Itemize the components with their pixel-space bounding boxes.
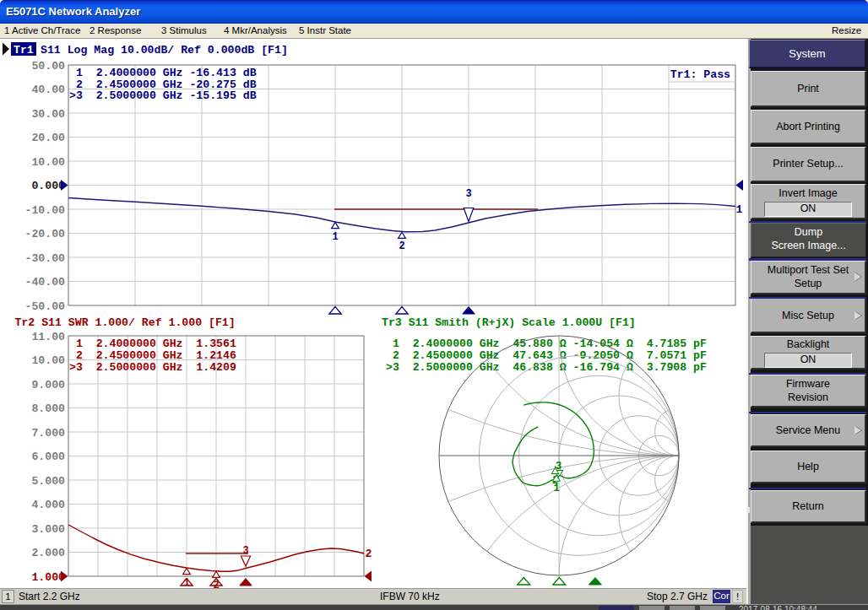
svg-text:-10.00: -10.00 bbox=[25, 204, 66, 217]
svg-text:S11 Log Mag 10.00dB/ Ref 0.000: S11 Log Mag 10.00dB/ Ref 0.000dB [F1] bbox=[41, 44, 288, 57]
svg-text:2.000: 2.000 bbox=[31, 547, 65, 559]
svg-text:9.000: 9.000 bbox=[31, 379, 65, 391]
svg-text:2 2.4500000 GHz 1.2146: 2 2.4500000 GHz 1.2146 bbox=[69, 349, 236, 362]
svg-text:-20.00: -20.00 bbox=[25, 228, 66, 240]
svg-text:7.000: 7.000 bbox=[31, 427, 65, 440]
svg-text:3.000: 3.000 bbox=[31, 523, 65, 536]
svg-text:10.00: 10.00 bbox=[31, 354, 65, 367]
svg-text:4.000: 4.000 bbox=[31, 499, 65, 511]
svg-text:-30.00: -30.00 bbox=[25, 252, 66, 265]
svg-text:6.000: 6.000 bbox=[31, 451, 65, 463]
svg-text:40.00: 40.00 bbox=[31, 84, 65, 96]
svg-text:Tr1: Pass: Tr1: Pass bbox=[670, 68, 730, 81]
svg-text:8.000: 8.000 bbox=[31, 402, 65, 415]
svg-text:50.00: 50.00 bbox=[31, 60, 65, 73]
svg-text:-40.00: -40.00 bbox=[25, 276, 66, 289]
svg-text:1: 1 bbox=[184, 577, 190, 588]
svg-text:30.00: 30.00 bbox=[31, 108, 65, 121]
svg-text:2: 2 bbox=[366, 548, 372, 560]
svg-text:>3 2.5000000 GHz -15.195 dB: >3 2.5000000 GHz -15.195 dB bbox=[69, 89, 257, 102]
svg-text:1.000: 1.000 bbox=[31, 571, 65, 584]
svg-text:10.00: 10.00 bbox=[31, 156, 65, 169]
svg-text:3: 3 bbox=[466, 188, 472, 200]
svg-text:1: 1 bbox=[554, 483, 560, 494]
svg-text:>3 2.5000000 GHz 46.838 Ω -1: >3 2.5000000 GHz 46.838 Ω -16.794 Ω 3.79… bbox=[386, 361, 707, 374]
svg-text:3: 3 bbox=[243, 545, 249, 557]
svg-text:2: 2 bbox=[399, 240, 405, 252]
svg-text:-50.00: -50.00 bbox=[25, 300, 66, 313]
svg-text:1: 1 bbox=[736, 203, 743, 216]
svg-text:2: 2 bbox=[214, 580, 220, 589]
svg-text:20.00: 20.00 bbox=[31, 132, 65, 144]
svg-text:Tr3 S11 Smith (R+jX) Scale 1.0: Tr3 S11 Smith (R+jX) Scale 1.000U [F1] bbox=[382, 316, 636, 329]
svg-text:1 2.4000000 GHz 45.880 Ω -14: 1 2.4000000 GHz 45.880 Ω -14.054 Ω 4.718… bbox=[386, 337, 707, 350]
svg-text:11.00: 11.00 bbox=[31, 331, 65, 343]
svg-text:>3 2.5000000 GHz 1.4209: >3 2.5000000 GHz 1.4209 bbox=[69, 361, 236, 374]
svg-text:1: 1 bbox=[333, 231, 339, 243]
svg-text:Tr1: Tr1 bbox=[14, 44, 34, 57]
svg-text:5.000: 5.000 bbox=[31, 475, 65, 488]
svg-text:2 2.4500000 GHz 47.643 Ω -9.: 2 2.4500000 GHz 47.643 Ω -9.2050 Ω 7.057… bbox=[386, 349, 707, 362]
svg-text:1 2.4000000 GHz 1.3561: 1 2.4000000 GHz 1.3561 bbox=[69, 337, 236, 350]
svg-text:0.000: 0.000 bbox=[31, 180, 65, 192]
svg-text:Tr2 S11 SWR 1.000/ Ref 1.000 [: Tr2 S11 SWR 1.000/ Ref 1.000 [F1] bbox=[15, 316, 236, 329]
